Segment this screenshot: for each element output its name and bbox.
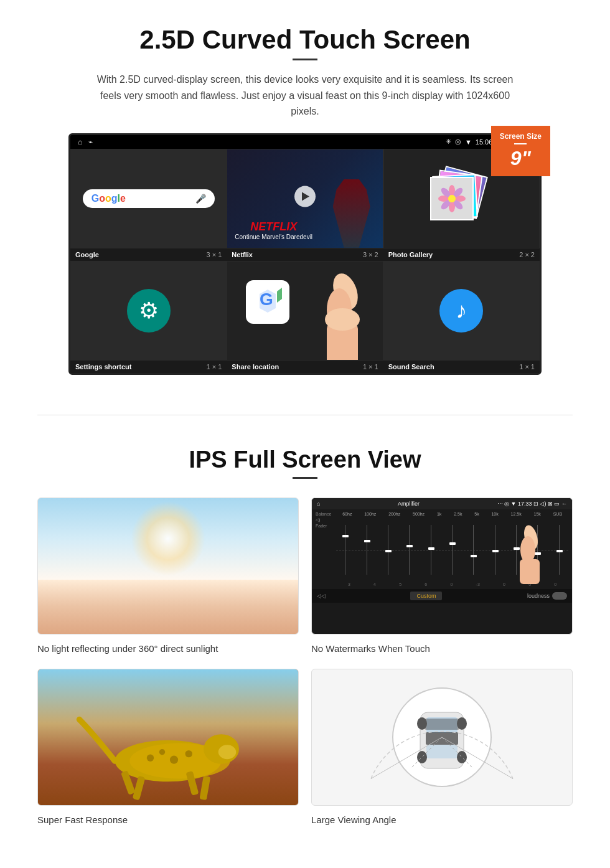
netflix-subtitle: Continue Marvel's Daredevil: [235, 234, 312, 240]
device-screen: ⌂ ⌁ ✳ ◎ ▼ 15:06 ⊡ ◁) ⊠ ▭: [68, 133, 542, 375]
screen-badge-size: 9": [500, 147, 542, 170]
cheetah-svg: [38, 669, 298, 805]
svg-point-15: [325, 308, 360, 331]
feature-fast-response: Super Fast Response: [37, 669, 299, 828]
sound-label-row: Sound Search 1 × 1: [383, 361, 540, 373]
gallery-label-row: Photo Gallery 2 × 2: [383, 248, 540, 261]
netflix-grid: 3 × 2: [363, 251, 378, 258]
flower-svg: [436, 183, 467, 214]
section2-title: IPS Full Screen View: [37, 446, 573, 473]
app-grid-row2: ⚙ G: [70, 261, 540, 361]
gallery-label: Photo Gallery: [388, 251, 433, 258]
gallery-img-4: [430, 177, 474, 220]
section-curved-screen: 2.5D Curved Touch Screen With 2.5D curve…: [0, 0, 610, 390]
usb-icon: ⌁: [88, 138, 93, 146]
badge-divider: [514, 143, 527, 144]
sunlight-image: [37, 498, 299, 634]
sound-search-cell[interactable]: ♪: [383, 261, 540, 361]
netflix-app-cell[interactable]: NETFLIX Continue Marvel's Daredevil: [227, 149, 383, 248]
svg-point-22: [218, 745, 237, 759]
svg-point-27: [147, 754, 154, 761]
google-logo: Google: [92, 193, 126, 204]
feature-watermarks: ⌂ Amplifier ⋯ ◎ ▼ 17:33 ⊡ ◁) ⊠ ▭ ← Balan…: [311, 498, 573, 656]
settings-label-row: Settings shortcut 1 × 1: [70, 361, 227, 373]
google-label: Google: [75, 251, 99, 258]
mic-icon[interactable]: 🎤: [195, 194, 206, 204]
viewing-angle-caption: Large Viewing Angle: [311, 812, 573, 828]
google-grid: 3 × 1: [207, 251, 222, 258]
screen-badge-label: Screen Size: [500, 132, 542, 141]
sound-icon-wrap: ♪: [439, 289, 483, 333]
wifi-icon: ▼: [465, 138, 472, 146]
app-labels-row2: Settings shortcut 1 × 1 Share location 1…: [70, 361, 540, 373]
sunlight-caption: No light reflecting under 360° direct su…: [37, 641, 299, 656]
amp-home: ⌂: [317, 501, 320, 507]
gear-icon: ⚙: [139, 298, 159, 324]
hand-eq-svg: [506, 519, 556, 587]
netflix-label: Netflix: [232, 251, 253, 258]
gallery-grid: 2 × 2: [519, 251, 535, 258]
share-grid: 1 × 1: [363, 363, 378, 370]
feature-viewing-angle: Large Viewing Angle: [311, 669, 573, 828]
google-search-bar[interactable]: Google 🎤: [83, 189, 215, 208]
settings-grid: 1 × 1: [207, 363, 222, 370]
svg-point-28: [159, 749, 166, 755]
share-label-row: Share location 1 × 1: [227, 361, 383, 373]
play-button[interactable]: [294, 186, 316, 207]
section-ips-screen: IPS Full Screen View No light reflecting…: [0, 440, 610, 852]
amplifier-image: ⌂ Amplifier ⋯ ◎ ▼ 17:33 ⊡ ◁) ⊠ ▭ ← Balan…: [311, 498, 573, 634]
home-icon[interactable]: ⌂: [78, 138, 82, 146]
svg-line-42: [371, 737, 442, 779]
app-grid-row1: Google 🎤 NETFLIX Continue Marvel's Dared…: [70, 149, 540, 248]
svg-point-9: [448, 195, 456, 202]
svg-rect-26: [199, 776, 210, 800]
feature-sunlight: No light reflecting under 360° direct su…: [37, 498, 299, 656]
google-label-row: Google 3 × 1: [70, 248, 227, 261]
car-image: [311, 669, 573, 806]
status-bar-left: ⌂ ⌁: [78, 138, 93, 146]
settings-icon-wrap: ⚙: [127, 289, 171, 333]
svg-rect-24: [133, 776, 146, 801]
netflix-logo: NETFLIX: [235, 220, 312, 234]
title-underline: [293, 59, 317, 60]
angle-arc-svg: [312, 669, 572, 805]
settings-label: Settings shortcut: [75, 363, 131, 370]
share-label: Share location: [232, 363, 279, 370]
svg-point-30: [185, 750, 192, 757]
amp-header: ⌂ Amplifier ⋯ ◎ ▼ 17:33 ⊡ ◁) ⊠ ▭ ←: [312, 498, 572, 509]
section-divider: [37, 415, 573, 415]
app-labels-row1: Google 3 × 1 Netflix 3 × 2 Photo Gallery…: [70, 248, 540, 261]
google-app-cell[interactable]: Google 🎤: [70, 149, 227, 248]
share-location-cell[interactable]: G: [227, 261, 383, 361]
svg-line-43: [442, 737, 513, 779]
location-icon: ◎: [455, 138, 461, 146]
bluetooth-icon: ✳: [446, 138, 451, 146]
title-underline-2: [293, 477, 317, 479]
time-display: 15:06: [476, 138, 493, 146]
hand-touch-svg: [283, 261, 383, 361]
svg-rect-18: [520, 559, 540, 584]
features-grid: No light reflecting under 360° direct su…: [37, 498, 573, 828]
status-bar: ⌂ ⌁ ✳ ◎ ▼ 15:06 ⊡ ◁) ⊠ ▭: [70, 135, 540, 149]
sound-grid: 1 × 1: [519, 363, 535, 370]
svg-text:G: G: [260, 290, 273, 309]
netflix-label-row: Netflix 3 × 2: [227, 248, 383, 261]
netflix-overlay: NETFLIX Continue Marvel's Daredevil: [235, 220, 312, 240]
maps-icon-svg: G: [252, 286, 283, 318]
watermarks-caption: No Watermarks When Touch: [311, 641, 573, 656]
sun-glow: [131, 501, 205, 576]
svg-marker-11: [277, 288, 282, 303]
settings-app-cell[interactable]: ⚙: [70, 261, 227, 361]
cheetah-image: [37, 669, 299, 806]
fast-response-caption: Super Fast Response: [37, 812, 299, 828]
gallery-stack: [430, 167, 492, 230]
device-mockup: Screen Size 9" ⌂ ⌁ ✳ ◎ ▼ 15:06 ⊡ ◁) ⊠: [68, 133, 542, 375]
screen-size-badge: Screen Size 9": [491, 126, 550, 176]
section1-title: 2.5D Curved Touch Screen: [37, 25, 573, 55]
section1-description: With 2.5D curved-display screen, this de…: [87, 72, 523, 120]
music-note-icon: ♪: [456, 298, 467, 324]
amp-icons: ⋯ ◎ ▼ 17:33 ⊡ ◁) ⊠ ▭ ←: [497, 501, 567, 507]
svg-point-29: [170, 755, 178, 763]
sound-label: Sound Search: [388, 363, 434, 370]
amp-title: Amplifier: [398, 501, 420, 507]
